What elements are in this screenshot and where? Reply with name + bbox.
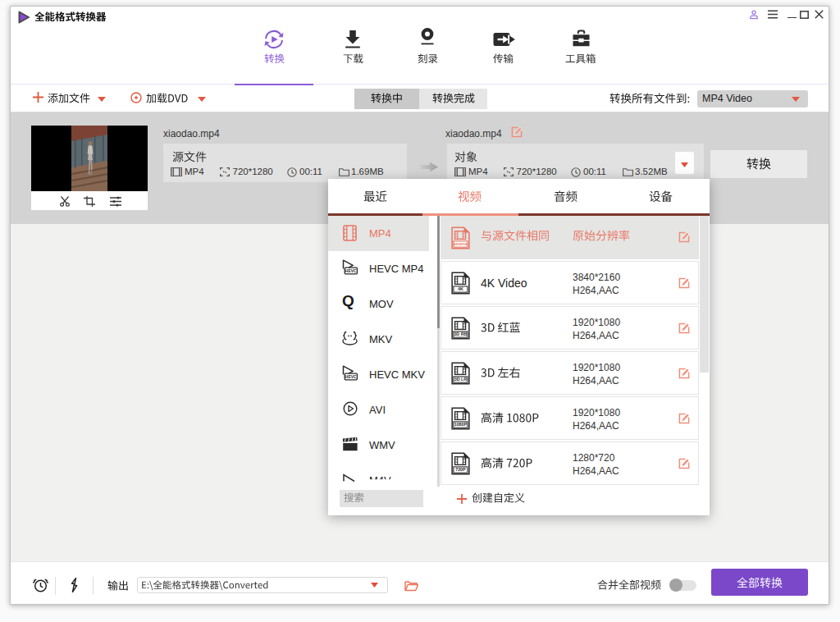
svg-text:1080P: 1080P bbox=[454, 422, 467, 427]
svg-text:3D LR: 3D LR bbox=[454, 377, 467, 382]
svg-text:HEVC: HEVC bbox=[345, 268, 357, 273]
svg-text:4K: 4K bbox=[457, 286, 463, 291]
svg-text:3D RB: 3D RB bbox=[454, 332, 467, 336]
svg-text:720P: 720P bbox=[455, 467, 466, 472]
svg-text:source: source bbox=[453, 241, 468, 246]
svg-text:HEVC: HEVC bbox=[345, 374, 357, 379]
